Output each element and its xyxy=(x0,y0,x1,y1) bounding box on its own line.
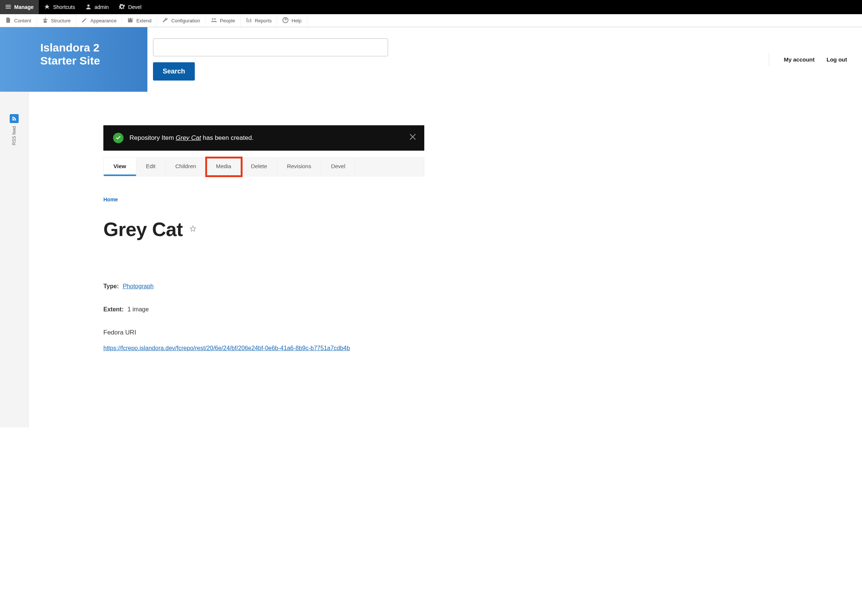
tab-children[interactable]: Children xyxy=(166,158,206,176)
field-extent: Extent: 1 image xyxy=(103,305,424,314)
node-fields: Type: Photograph Extent: 1 image Fedora … xyxy=(103,281,424,353)
close-icon[interactable] xyxy=(409,133,417,143)
tab-delete[interactable]: Delete xyxy=(241,158,277,176)
main-content: Repository Item Grey Cat has been create… xyxy=(29,92,439,427)
rss-label: RSS feed xyxy=(11,126,17,145)
menu-structure[interactable]: Structure xyxy=(37,14,77,27)
menu-help-label: Help xyxy=(292,18,301,24)
menu-content[interactable]: Content xyxy=(0,14,37,27)
local-tabs: View Edit Children Media Delete Revision… xyxy=(103,157,424,176)
my-account-link[interactable]: My account xyxy=(784,56,815,63)
page-title: Grey Cat xyxy=(103,218,183,240)
toolbar-manage-label: Manage xyxy=(14,4,33,10)
menu-structure-label: Structure xyxy=(51,18,71,24)
header: Islandora 2 Starter Site Search My accou… xyxy=(0,27,862,92)
fedora-uri-link[interactable]: https://fcrepo.islandora.dev/fcrepo/rest… xyxy=(103,345,350,351)
field-type-label: Type: xyxy=(103,283,119,289)
chart-icon xyxy=(246,17,252,24)
menu-appearance[interactable]: Appearance xyxy=(76,14,122,27)
toolbar-manage[interactable]: Manage xyxy=(0,0,39,14)
appearance-icon xyxy=(81,17,87,24)
rss-icon[interactable] xyxy=(10,114,19,123)
separator xyxy=(769,53,769,66)
field-fedora-label: Fedora URI xyxy=(103,327,424,338)
favorite-star-icon[interactable] xyxy=(189,225,196,233)
field-extent-value: 1 image xyxy=(128,306,149,313)
field-type: Type: Photograph xyxy=(103,281,424,291)
puzzle-icon xyxy=(127,17,133,24)
breadcrumb: Home xyxy=(103,196,424,203)
tab-revisions[interactable]: Revisions xyxy=(277,158,321,176)
field-type-value[interactable]: Photograph xyxy=(123,283,154,289)
admin-menu: Content Structure Appearance Extend Conf… xyxy=(0,14,862,27)
tab-devel[interactable]: Devel xyxy=(321,158,355,176)
status-text: Repository Item Grey Cat has been create… xyxy=(129,134,254,142)
tab-edit[interactable]: Edit xyxy=(136,158,166,176)
status-message: Repository Item Grey Cat has been create… xyxy=(103,125,424,151)
user-links: My account Log out xyxy=(754,27,862,92)
menu-people-label: People xyxy=(220,18,235,24)
wrench-icon xyxy=(162,17,168,24)
search-block: Search xyxy=(147,27,754,92)
toolbar-shortcuts[interactable]: Shortcuts xyxy=(39,0,80,14)
admin-toolbar: Manage Shortcuts admin Devel xyxy=(0,0,862,14)
search-input[interactable] xyxy=(153,38,388,56)
gear-icon xyxy=(119,4,125,11)
hamburger-icon xyxy=(5,4,11,11)
user-icon xyxy=(85,4,91,11)
brand-line2: Starter Site xyxy=(40,55,136,68)
brand-line1: Islandora 2 xyxy=(40,41,136,55)
people-icon xyxy=(211,17,217,24)
tab-media[interactable]: Media xyxy=(206,158,241,176)
star-icon xyxy=(44,4,50,11)
page-body: RSS feed Repository Item Grey Cat has be… xyxy=(0,92,862,427)
file-icon xyxy=(5,17,11,24)
toolbar-admin-label: admin xyxy=(95,4,109,10)
menu-appearance-label: Appearance xyxy=(90,18,117,24)
status-item-link[interactable]: Grey Cat xyxy=(176,134,201,141)
menu-reports-label: Reports xyxy=(255,18,272,24)
menu-content-label: Content xyxy=(14,18,32,24)
left-sidebar: RSS feed xyxy=(0,92,29,427)
logout-link[interactable]: Log out xyxy=(827,56,847,63)
menu-help[interactable]: Help xyxy=(277,14,307,27)
menu-extend-label: Extend xyxy=(136,18,151,24)
tab-view[interactable]: View xyxy=(104,158,136,176)
menu-configuration[interactable]: Configuration xyxy=(157,14,206,27)
structure-icon xyxy=(42,17,48,24)
page-title-row: Grey Cat xyxy=(103,218,424,240)
toolbar-shortcuts-label: Shortcuts xyxy=(53,4,75,10)
menu-configuration-label: Configuration xyxy=(171,18,200,24)
check-icon xyxy=(113,133,123,143)
help-icon xyxy=(282,17,288,24)
toolbar-admin[interactable]: admin xyxy=(80,0,114,14)
toolbar-devel-label: Devel xyxy=(128,4,142,10)
status-suffix: has been created. xyxy=(201,134,254,141)
menu-people[interactable]: People xyxy=(206,14,240,27)
menu-reports[interactable]: Reports xyxy=(241,14,277,27)
breadcrumb-home[interactable]: Home xyxy=(103,196,118,203)
status-prefix: Repository Item xyxy=(129,134,176,141)
site-brand[interactable]: Islandora 2 Starter Site xyxy=(0,27,147,92)
menu-extend[interactable]: Extend xyxy=(122,14,157,27)
search-button[interactable]: Search xyxy=(153,62,195,80)
field-fedora: Fedora URI https://fcrepo.islandora.dev/… xyxy=(103,327,424,353)
field-extent-label: Extent: xyxy=(103,306,123,313)
toolbar-devel[interactable]: Devel xyxy=(114,0,147,14)
